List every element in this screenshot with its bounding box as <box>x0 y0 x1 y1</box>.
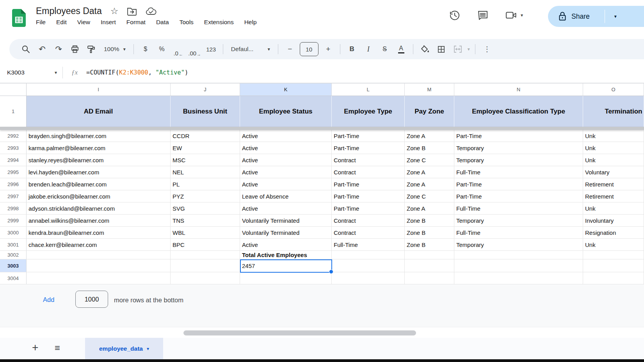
cell[interactable]: brayden.singh@bilearner.com <box>27 130 171 142</box>
cell[interactable]: TNS <box>171 215 240 226</box>
cell[interactable]: Active <box>240 154 332 166</box>
cell[interactable]: Zone A <box>405 202 454 214</box>
cell[interactable]: karma.palmer@bilearner.com <box>27 142 171 154</box>
cell[interactable]: Unk <box>583 154 644 166</box>
cell[interactable]: Zone A <box>405 178 454 190</box>
add-rows-button[interactable]: Add <box>43 296 54 303</box>
cell[interactable]: PL <box>171 178 240 190</box>
cloud-saved-icon[interactable] <box>146 7 157 16</box>
currency-format-button[interactable]: $ <box>139 42 153 57</box>
cell[interactable]: Unk <box>583 202 644 214</box>
header-cell-termination-type[interactable]: Termination Type <box>583 96 644 127</box>
cell[interactable]: levi.hayden@bilearner.com <box>27 166 171 178</box>
cell[interactable]: Unk <box>583 130 644 142</box>
cell[interactable]: Resignation <box>583 227 644 238</box>
cell[interactable]: Voluntary <box>583 166 644 178</box>
row-header-3001[interactable]: 3001 <box>0 239 27 250</box>
cell[interactable] <box>405 272 454 284</box>
increase-font-size-button[interactable]: + <box>321 42 335 57</box>
cell[interactable]: Unk <box>583 239 644 250</box>
cell[interactable] <box>332 251 405 259</box>
row-header-2997[interactable]: 2997 <box>0 190 27 202</box>
cell[interactable]: Zone B <box>405 227 454 238</box>
row-header-2994[interactable]: 2994 <box>0 154 27 166</box>
cell[interactable]: MSC <box>171 154 240 166</box>
row-header-2998[interactable]: 2998 <box>0 202 27 214</box>
row-header-2996[interactable]: 2996 <box>0 178 27 190</box>
row-header-3002[interactable]: 3002 <box>0 251 27 259</box>
header-cell-ad-email[interactable]: AD Email <box>27 96 171 127</box>
undo-button[interactable]: ↶ <box>35 42 49 57</box>
cell[interactable]: Active <box>240 130 332 142</box>
cell[interactable]: stanley.reyes@bilearner.com <box>27 154 171 166</box>
header-cell-pay-zone[interactable]: Pay Zone <box>405 96 454 127</box>
merge-caret-icon[interactable]: ▾ <box>468 47 470 51</box>
cell[interactable]: Part-Time <box>332 190 405 202</box>
cell[interactable]: Zone B <box>405 215 454 226</box>
cell[interactable]: Full-Time <box>454 202 583 214</box>
menu-item-file[interactable]: File <box>36 19 46 26</box>
menu-item-help[interactable]: Help <box>244 19 257 26</box>
decrease-decimal-button[interactable]: .0 ← <box>171 42 185 57</box>
cell[interactable]: Full-Time <box>332 239 405 250</box>
number-format-button[interactable]: 123 <box>204 42 218 57</box>
meet-video-button[interactable]: ▾ <box>505 10 523 20</box>
cell[interactable]: NEL <box>171 166 240 178</box>
header-cell-employee-type[interactable]: Employee Type <box>332 96 405 127</box>
menu-item-view[interactable]: View <box>77 19 90 26</box>
cell[interactable] <box>454 272 583 284</box>
cell[interactable]: Temporary <box>454 239 583 250</box>
cell[interactable] <box>240 272 332 284</box>
version-history-icon[interactable] <box>449 9 461 21</box>
cell[interactable]: Part-Time <box>332 202 405 214</box>
cell[interactable] <box>27 259 171 272</box>
cell[interactable]: adyson.strickland@bilearner.com <box>27 202 171 214</box>
row-header-2993[interactable]: 2993 <box>0 142 27 154</box>
name-box[interactable]: K3003 ▾ <box>0 69 57 76</box>
menu-item-format[interactable]: Format <box>126 19 146 26</box>
search-button[interactable] <box>19 42 33 57</box>
cell[interactable]: CCDR <box>171 130 240 142</box>
bold-button[interactable]: B <box>345 42 359 57</box>
menu-item-extensions[interactable]: Extensions <box>204 19 234 26</box>
increase-decimal-button[interactable]: .00 → <box>188 42 202 57</box>
cell[interactable]: Zone A <box>405 166 454 178</box>
cell[interactable]: Part-Time <box>454 190 583 202</box>
comments-icon[interactable] <box>477 9 489 21</box>
rows-count-input[interactable] <box>75 291 108 308</box>
sheet-tab-employee-data[interactable]: employee_data ▾ <box>85 338 163 359</box>
paint-format-button[interactable] <box>84 42 98 57</box>
cell[interactable]: Total Active Employees <box>240 251 332 259</box>
cell[interactable]: Contract <box>332 154 405 166</box>
select-all-corner[interactable] <box>0 83 27 96</box>
row-header-3004[interactable]: 3004 <box>0 272 27 284</box>
formula-input[interactable]: =COUNTIF(K2:K3000, "Active") <box>86 69 188 76</box>
strikethrough-button[interactable]: S <box>378 42 392 57</box>
cell[interactable] <box>332 259 405 272</box>
cell[interactable]: Zone C <box>405 190 454 202</box>
cell[interactable]: Voluntarily Terminated <box>240 215 332 226</box>
text-color-button[interactable]: A <box>394 42 408 57</box>
cell[interactable]: Part-Time <box>454 130 583 142</box>
all-sheets-button[interactable]: ≡ <box>55 342 60 353</box>
print-button[interactable] <box>68 42 82 57</box>
add-sheet-button[interactable]: + <box>32 341 38 354</box>
cell[interactable]: Full-Time <box>454 227 583 238</box>
menu-item-tools[interactable]: Tools <box>180 19 194 26</box>
row-header-2999[interactable]: 2999 <box>0 215 27 226</box>
cell[interactable]: brenden.leach@bilearner.com <box>27 178 171 190</box>
cell[interactable]: Active <box>240 166 332 178</box>
row-header-1[interactable]: 1 <box>0 96 27 127</box>
cell[interactable] <box>27 251 171 259</box>
cell[interactable]: Zone B <box>405 239 454 250</box>
fill-handle[interactable] <box>329 270 333 274</box>
cell[interactable] <box>171 259 240 272</box>
cell[interactable]: chace.kerr@bilearner.com <box>27 239 171 250</box>
row-header-3003[interactable]: 3003 <box>0 259 27 272</box>
share-caret-icon[interactable]: ▾ <box>614 14 617 19</box>
cell[interactable] <box>583 272 644 284</box>
menu-item-edit[interactable]: Edit <box>56 19 67 26</box>
cell[interactable]: Active <box>240 239 332 250</box>
cell[interactable]: Contract <box>332 215 405 226</box>
row-header-2995[interactable]: 2995 <box>0 166 27 178</box>
